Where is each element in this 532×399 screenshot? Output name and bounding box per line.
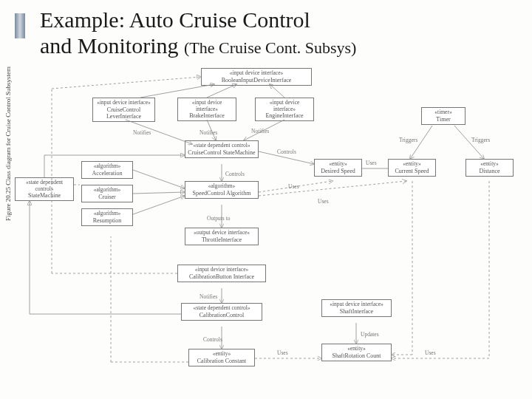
svg-line-9 [133, 170, 185, 188]
svg-line-2 [270, 84, 284, 98]
svg-line-1 [207, 84, 236, 98]
label-uses-5: Uses [277, 349, 288, 356]
figure-label: Figure 20.25 Class diagram for Cruise Co… [4, 66, 12, 221]
label-notifies-2: Notifies [200, 129, 217, 136]
label-controls-2: Controls [277, 149, 296, 155]
svg-line-11 [133, 196, 185, 214]
box-shaft-intf: «input device interface» ShaftInterface [321, 299, 392, 317]
label-updates: Updates [361, 331, 379, 338]
box-engine: «input device interface» EngineInterface [255, 98, 314, 121]
title-line1: Example: Auto Cruise Control [40, 7, 310, 32]
box-timer: «timer» Timer [421, 107, 466, 125]
label-triggers-1: Triggers [399, 137, 417, 143]
svg-line-4 [207, 120, 216, 140]
svg-line-27 [52, 77, 201, 89]
label-uses-2: Uses [288, 183, 299, 190]
label-uses-3: Uses [318, 198, 329, 205]
label-triggers-2: Triggers [471, 137, 490, 143]
box-shaft-count: «entity» ShaftRotation Count [321, 344, 392, 361]
box-lever: «input device interface» CruiseControl L… [92, 98, 155, 122]
svg-line-18 [410, 126, 432, 159]
box-resume: «algorithm» Resumption [81, 208, 133, 226]
label-controls-3: Controls [203, 336, 222, 343]
title-text: Example: Auto Cruise Control and Monitor… [40, 7, 356, 58]
label-controls-1: Controls [225, 171, 245, 177]
box-cruiser: «algorithm» Cruiser [81, 185, 133, 202]
box-distance: «entity» Distance [466, 159, 514, 177]
box-desired: «entity» Desired Speed [314, 159, 362, 177]
box-statemachine: «state dependent control» StateMachine [15, 177, 74, 201]
box-accel: «algorithm» Acceleration [81, 161, 133, 179]
slide-title: Example: Auto Cruise Control and Monitor… [0, 0, 532, 58]
box-calib-button: «input device interface» CalibrationButt… [177, 265, 266, 282]
box-boolean-input: «input device interface» BooleanInputDev… [201, 68, 312, 86]
title-line2-sub: (The Cruise Cont. Subsys) [184, 38, 356, 57]
svg-line-17 [259, 181, 406, 196]
box-throttle: «output device interface» ThrottleInterf… [185, 228, 259, 245]
box-calib-const: «entity» Calibration Constant [188, 349, 255, 366]
title-line2-main: and Monitoring [40, 33, 184, 58]
box-calib-control: «state dependent control» CalibrationCon… [181, 303, 262, 321]
label-notifies-1: Notifies [133, 129, 151, 136]
svg-line-16 [259, 181, 332, 192]
box-speedcontrol: «algorithm» SpeedControl Algorithm [185, 181, 259, 199]
label-outputs: Outputs to [207, 215, 231, 222]
svg-line-19 [454, 126, 484, 159]
title-bullet-icon [15, 13, 25, 38]
label-uses-4: Uses [425, 349, 436, 356]
box-ccsm: «state dependent control» CruiseControl … [185, 140, 259, 158]
svg-line-14 [259, 151, 314, 164]
svg-line-5 [244, 120, 284, 140]
label-notifies-3: Notifies [251, 128, 269, 134]
box-current: «entity» Current Speed [388, 159, 436, 177]
svg-line-10 [133, 192, 185, 194]
box-brake: «input device interface» BrakeInterface [177, 98, 236, 121]
label-notifies-4: Notifies [200, 293, 217, 300]
svg-line-0 [140, 84, 214, 98]
svg-line-3 [126, 120, 192, 144]
class-diagram: «input device interface» BooleanInputDev… [22, 66, 525, 392]
label-uses-1: Uses [366, 160, 377, 166]
